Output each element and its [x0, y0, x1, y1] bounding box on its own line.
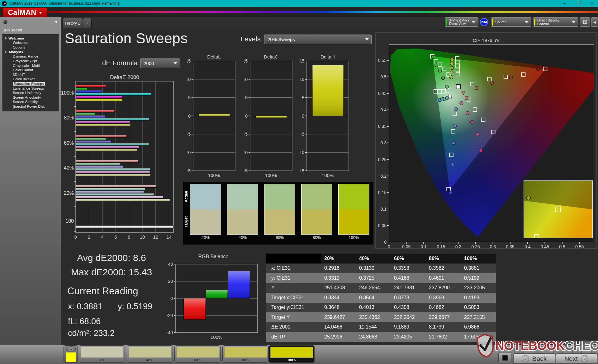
svg-text:15: 15 — [187, 58, 191, 63]
sidebar-collapse-icon[interactable]: ◀ — [53, 19, 59, 24]
svg-text:10: 10 — [244, 77, 248, 82]
svg-text:0.2: 0.2 — [455, 244, 462, 249]
saturation-level-button-100%[interactable]: 100% — [268, 345, 315, 363]
svg-text:-5: -5 — [244, 132, 248, 137]
svg-text:0.25: 0.25 — [378, 157, 387, 162]
avg-de2000: Avg dE2000: 8.6 — [65, 253, 158, 263]
swatch-column-label: 20% — [190, 235, 221, 240]
calman-window: CM CalMAN 2019 CalMAN Ultimate for Busin… — [0, 0, 598, 364]
tray-up-button[interactable]: ▲ — [66, 346, 76, 352]
color-chip — [129, 347, 172, 358]
sidebar-item-spectral-power-dist-[interactable]: Spectral Power Dist. — [2, 104, 59, 109]
settings-button[interactable] — [580, 17, 590, 27]
table-row: Target x:CIE310.33440.35640.37730.39690.… — [266, 293, 496, 303]
svg-text:-15: -15 — [301, 168, 304, 173]
title-bar[interactable]: CM CalMAN 2019 CalMAN Ultimate for Busin… — [0, 0, 598, 7]
table-cell: 241.7331 — [391, 285, 426, 291]
table-cell: 229.6677 — [426, 315, 461, 320]
svg-text:0: 0 — [302, 114, 304, 119]
shield-check-icon — [475, 332, 496, 359]
sidebar-item-luminance-sweeps[interactable]: Luminance Sweeps — [2, 86, 59, 91]
calman-logo-button[interactable]: CalMAN — [2, 8, 47, 17]
table-cell: 0.3310 — [321, 275, 356, 281]
levels-label: Levels: — [241, 35, 263, 43]
target-swatch — [301, 209, 332, 235]
max-de2000: Max dE2000: 15.43 — [65, 267, 158, 278]
level-label: 60% — [175, 358, 220, 362]
meter-count-badge[interactable]: 234 — [480, 18, 488, 26]
sidebar-item-grayscale-multi[interactable]: Grayscale - Multi — [2, 63, 59, 68]
deltae-2000-chart: DeltaE 200002468101214100%80%60%40%20%10… — [61, 74, 179, 247]
close-icon[interactable]: × — [587, 0, 597, 7]
sidebar-item-saturation-sweeps[interactable]: Saturation Sweeps — [2, 82, 59, 86]
level-label: 20% — [79, 358, 125, 362]
chevron-down-icon — [365, 38, 369, 40]
svg-text:-10: -10 — [301, 150, 304, 155]
sidebar-item-dynamic-range[interactable]: Dynamic Range — [2, 54, 59, 59]
sidebar-group-analysis[interactable]: Analysis — [2, 49, 59, 54]
levels-value: 20% Sweeps — [268, 37, 295, 42]
svg-text:10: 10 — [187, 77, 191, 82]
actual-swatch — [190, 184, 221, 209]
sidebar-item-screen-angularity[interactable]: Screen Angularity — [2, 95, 59, 100]
de-formula-dropdown[interactable]: 2000 — [140, 58, 180, 68]
sidebar-item-welcome[interactable]: Welcome — [2, 40, 59, 45]
levels-dropdown[interactable]: 20% Sweeps — [264, 35, 372, 44]
sidebar-item-3d-lut[interactable]: 3D LUT — [2, 72, 59, 77]
sidebar-item-screen-uniformity[interactable]: Screen Uniformity — [2, 91, 59, 95]
meter-dropdown[interactable]: X-Rite i1Pro 2 Direct View — [445, 17, 478, 27]
svg-text:0.05: 0.05 — [378, 223, 387, 228]
sidebar-item-color-gamut[interactable]: Color Gamut — [2, 68, 59, 72]
svg-text:0.15: 0.15 — [437, 244, 445, 249]
tab-history-1[interactable]: History 1 — [62, 18, 83, 28]
sidebar-item-options[interactable]: Options — [2, 45, 59, 50]
saturation-level-button-20%[interactable]: 20% — [79, 345, 125, 363]
target-swatch — [190, 209, 221, 235]
results-table: 20%40%60%80%100%x: CIE310.29160.31300.33… — [266, 254, 496, 342]
table-cell: 6.9866 — [461, 324, 496, 330]
delta-c-chart: DeltaC151050-5-10-15100% — [244, 54, 300, 181]
source-dropdown[interactable]: Source — [491, 17, 531, 27]
panel-collapse-button[interactable]: ◀ — [591, 17, 598, 27]
saturation-level-button-80%[interactable]: 80% — [222, 345, 268, 363]
table-cell: 232.2042 — [391, 315, 426, 320]
minimize-icon[interactable]: − — [559, 0, 570, 7]
svg-text:0.35: 0.35 — [506, 244, 515, 249]
notebookcheck-watermark: NOTEBOOKCHECK — [476, 335, 598, 357]
sidebar-item-colorchecker[interactable]: ColorChecker — [2, 77, 59, 82]
sidebar-group-welcome[interactable]: Welcome — [2, 36, 59, 40]
meter-mode: Direct View — [449, 22, 469, 26]
svg-text:-10: -10 — [187, 150, 191, 155]
table-cell: 0.3881 — [461, 265, 496, 271]
table-row-label: x: CIE31 — [266, 265, 321, 271]
sidebar-knob-icon[interactable] — [3, 20, 7, 24]
cie-1976-diagram: CIE 1976 u'v'00.050.050.10.10.150.150.20… — [375, 32, 597, 250]
svg-text:100: 100 — [65, 218, 74, 224]
swatch-column-label: 80% — [301, 235, 332, 240]
svg-text:DeltaC: DeltaC — [264, 54, 278, 59]
add-tab-button[interactable]: + — [83, 18, 92, 28]
svg-text:CIE 1976 u'v': CIE 1976 u'v' — [473, 38, 500, 43]
actual-swatch — [264, 184, 295, 209]
logo-text: CalMAN — [8, 8, 36, 17]
svg-text:0: 0 — [384, 240, 387, 245]
svg-text:-15: -15 — [244, 168, 248, 173]
svg-text:0.35: 0.35 — [378, 124, 387, 129]
saturation-level-button-40%[interactable]: 40% — [127, 345, 173, 363]
table-cell: 25.2906 — [321, 334, 356, 340]
saturation-level-button-60%[interactable]: 60% — [174, 345, 221, 363]
svg-text:0.55: 0.55 — [575, 244, 584, 249]
sidebar-item-grayscale-2pt[interactable]: Grayscale - 2pt — [2, 59, 59, 63]
table-row: dEITP25.290624.866823.420521.760217.6053 — [266, 332, 496, 342]
chevron-down-icon — [173, 62, 177, 64]
current-x: x: 0.3881 — [68, 302, 102, 311]
svg-text:6: 6 — [114, 234, 117, 240]
display-control-dropdown[interactable]: Direct Display Control — [533, 17, 578, 27]
restore-icon[interactable] — [573, 0, 584, 7]
sidebar-item-screen-stability[interactable]: Screen Stability — [2, 100, 59, 104]
source-status-strip — [492, 19, 493, 26]
cie-zoom-inset — [524, 181, 592, 238]
table-cell: 0.3725 — [356, 275, 391, 281]
watermark-word-gray: CHECK — [565, 339, 598, 353]
table-cell: 0.3773 — [391, 295, 426, 301]
